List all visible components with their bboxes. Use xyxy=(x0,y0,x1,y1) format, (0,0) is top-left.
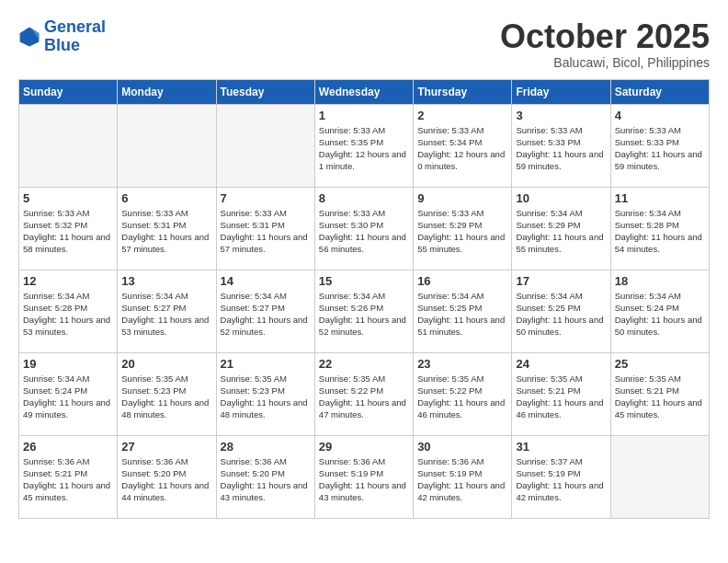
calendar-cell: 10Sunrise: 5:34 AM Sunset: 5:29 PM Dayli… xyxy=(512,187,610,270)
day-number: 19 xyxy=(23,357,113,371)
calendar-table: SundayMondayTuesdayWednesdayThursdayFrid… xyxy=(18,79,710,519)
day-info: Sunrise: 5:35 AM Sunset: 5:21 PM Dayligh… xyxy=(516,373,606,421)
day-info: Sunrise: 5:33 AM Sunset: 5:29 PM Dayligh… xyxy=(417,207,507,256)
calendar-cell: 18Sunrise: 5:34 AM Sunset: 5:24 PM Dayli… xyxy=(610,270,709,352)
day-info: Sunrise: 5:36 AM Sunset: 5:19 PM Dayligh… xyxy=(417,455,507,504)
title-block: October 2025 Balucawi, Bicol, Philippine… xyxy=(500,18,710,70)
day-info: Sunrise: 5:37 AM Sunset: 5:19 PM Dayligh… xyxy=(516,455,606,504)
day-info: Sunrise: 5:34 AM Sunset: 5:26 PM Dayligh… xyxy=(319,290,409,339)
calendar-cell: 8Sunrise: 5:33 AM Sunset: 5:30 PM Daylig… xyxy=(314,187,413,270)
page-header: General Blue October 2025 Balucawi, Bico… xyxy=(18,18,710,70)
calendar-cell: 1Sunrise: 5:33 AM Sunset: 5:35 PM Daylig… xyxy=(314,104,413,187)
day-number: 17 xyxy=(516,274,606,288)
day-number: 25 xyxy=(615,357,705,371)
day-number: 16 xyxy=(417,274,507,288)
calendar-cell: 19Sunrise: 5:34 AM Sunset: 5:24 PM Dayli… xyxy=(19,352,118,435)
day-info: Sunrise: 5:33 AM Sunset: 5:33 PM Dayligh… xyxy=(615,124,705,173)
calendar-cell: 28Sunrise: 5:36 AM Sunset: 5:20 PM Dayli… xyxy=(216,435,314,518)
calendar-cell: 6Sunrise: 5:33 AM Sunset: 5:31 PM Daylig… xyxy=(118,187,216,270)
day-info: Sunrise: 5:34 AM Sunset: 5:24 PM Dayligh… xyxy=(615,290,705,339)
calendar-cell: 27Sunrise: 5:36 AM Sunset: 5:20 PM Dayli… xyxy=(118,435,216,518)
day-info: Sunrise: 5:34 AM Sunset: 5:28 PM Dayligh… xyxy=(23,290,113,339)
calendar-cell: 26Sunrise: 5:36 AM Sunset: 5:21 PM Dayli… xyxy=(19,435,118,518)
calendar-cell: 2Sunrise: 5:33 AM Sunset: 5:34 PM Daylig… xyxy=(414,104,512,187)
day-number: 10 xyxy=(516,191,606,205)
logo-line2: Blue xyxy=(44,36,80,54)
day-number: 11 xyxy=(615,191,705,205)
day-number: 23 xyxy=(417,357,507,371)
calendar-cell: 3Sunrise: 5:33 AM Sunset: 5:33 PM Daylig… xyxy=(512,104,610,187)
day-info: Sunrise: 5:36 AM Sunset: 5:19 PM Dayligh… xyxy=(319,455,409,504)
week-row-2: 5Sunrise: 5:33 AM Sunset: 5:32 PM Daylig… xyxy=(19,187,710,270)
day-info: Sunrise: 5:33 AM Sunset: 5:31 PM Dayligh… xyxy=(221,207,311,256)
weekday-header-sunday: Sunday xyxy=(19,79,118,104)
weekday-header-monday: Monday xyxy=(118,79,216,104)
day-number: 2 xyxy=(417,109,507,122)
calendar-cell: 21Sunrise: 5:35 AM Sunset: 5:23 PM Dayli… xyxy=(216,352,314,435)
day-number: 12 xyxy=(23,274,113,288)
calendar-cell: 25Sunrise: 5:35 AM Sunset: 5:21 PM Dayli… xyxy=(610,352,709,435)
week-row-1: 1Sunrise: 5:33 AM Sunset: 5:35 PM Daylig… xyxy=(19,104,710,187)
weekday-header-saturday: Saturday xyxy=(610,79,709,104)
location-subtitle: Balucawi, Bicol, Philippines xyxy=(500,55,710,70)
day-number: 21 xyxy=(221,357,311,371)
logo-line1: General xyxy=(44,17,106,36)
day-number: 9 xyxy=(417,191,507,205)
day-info: Sunrise: 5:34 AM Sunset: 5:24 PM Dayligh… xyxy=(23,373,113,421)
calendar-cell: 23Sunrise: 5:35 AM Sunset: 5:22 PM Dayli… xyxy=(414,352,512,435)
svg-marker-0 xyxy=(20,27,40,46)
calendar-cell: 11Sunrise: 5:34 AM Sunset: 5:28 PM Dayli… xyxy=(610,187,709,270)
weekday-header-row: SundayMondayTuesdayWednesdayThursdayFrid… xyxy=(19,79,710,104)
day-info: Sunrise: 5:35 AM Sunset: 5:21 PM Dayligh… xyxy=(615,373,705,421)
calendar-cell: 7Sunrise: 5:33 AM Sunset: 5:31 PM Daylig… xyxy=(216,187,314,270)
calendar-cell: 29Sunrise: 5:36 AM Sunset: 5:19 PM Dayli… xyxy=(314,435,413,518)
calendar-cell: 31Sunrise: 5:37 AM Sunset: 5:19 PM Dayli… xyxy=(512,435,610,518)
day-number: 8 xyxy=(319,191,409,205)
calendar-cell: 17Sunrise: 5:34 AM Sunset: 5:25 PM Dayli… xyxy=(512,270,610,352)
calendar-cell xyxy=(216,104,314,187)
logo-text: General Blue xyxy=(44,18,106,55)
day-number: 14 xyxy=(221,274,311,288)
day-number: 3 xyxy=(516,109,606,122)
day-number: 4 xyxy=(615,109,705,122)
day-info: Sunrise: 5:35 AM Sunset: 5:22 PM Dayligh… xyxy=(319,373,409,421)
day-info: Sunrise: 5:34 AM Sunset: 5:25 PM Dayligh… xyxy=(516,290,606,339)
day-info: Sunrise: 5:36 AM Sunset: 5:21 PM Dayligh… xyxy=(23,455,113,504)
calendar-cell: 30Sunrise: 5:36 AM Sunset: 5:19 PM Dayli… xyxy=(414,435,512,518)
day-info: Sunrise: 5:33 AM Sunset: 5:30 PM Dayligh… xyxy=(319,207,409,256)
month-title: October 2025 xyxy=(500,18,710,55)
week-row-4: 19Sunrise: 5:34 AM Sunset: 5:24 PM Dayli… xyxy=(19,352,710,435)
day-info: Sunrise: 5:34 AM Sunset: 5:27 PM Dayligh… xyxy=(221,290,311,339)
calendar-cell xyxy=(19,104,118,187)
week-row-3: 12Sunrise: 5:34 AM Sunset: 5:28 PM Dayli… xyxy=(19,270,710,352)
calendar-cell: 4Sunrise: 5:33 AM Sunset: 5:33 PM Daylig… xyxy=(610,104,709,187)
calendar-cell: 13Sunrise: 5:34 AM Sunset: 5:27 PM Dayli… xyxy=(118,270,216,352)
day-number: 13 xyxy=(121,274,211,288)
calendar-cell xyxy=(118,104,216,187)
day-info: Sunrise: 5:35 AM Sunset: 5:23 PM Dayligh… xyxy=(221,373,311,421)
day-info: Sunrise: 5:33 AM Sunset: 5:34 PM Dayligh… xyxy=(417,124,507,173)
calendar-cell: 9Sunrise: 5:33 AM Sunset: 5:29 PM Daylig… xyxy=(414,187,512,270)
day-info: Sunrise: 5:35 AM Sunset: 5:23 PM Dayligh… xyxy=(121,373,211,421)
calendar-cell: 5Sunrise: 5:33 AM Sunset: 5:32 PM Daylig… xyxy=(19,187,118,270)
day-number: 31 xyxy=(516,440,606,454)
calendar-cell: 15Sunrise: 5:34 AM Sunset: 5:26 PM Dayli… xyxy=(314,270,413,352)
weekday-header-thursday: Thursday xyxy=(414,79,512,104)
day-number: 1 xyxy=(319,109,409,122)
day-info: Sunrise: 5:34 AM Sunset: 5:27 PM Dayligh… xyxy=(121,290,211,339)
day-number: 5 xyxy=(23,191,113,205)
calendar-cell: 22Sunrise: 5:35 AM Sunset: 5:22 PM Dayli… xyxy=(314,352,413,435)
day-number: 18 xyxy=(615,274,705,288)
weekday-header-wednesday: Wednesday xyxy=(314,79,413,104)
day-number: 24 xyxy=(516,357,606,371)
day-number: 26 xyxy=(23,440,113,454)
day-info: Sunrise: 5:33 AM Sunset: 5:32 PM Dayligh… xyxy=(23,207,113,256)
week-row-5: 26Sunrise: 5:36 AM Sunset: 5:21 PM Dayli… xyxy=(19,435,710,518)
day-number: 28 xyxy=(221,440,311,454)
calendar-cell xyxy=(610,435,709,518)
day-number: 20 xyxy=(121,357,211,371)
calendar-cell: 24Sunrise: 5:35 AM Sunset: 5:21 PM Dayli… xyxy=(512,352,610,435)
day-number: 22 xyxy=(319,357,409,371)
logo-icon xyxy=(18,26,40,48)
day-number: 6 xyxy=(121,191,211,205)
